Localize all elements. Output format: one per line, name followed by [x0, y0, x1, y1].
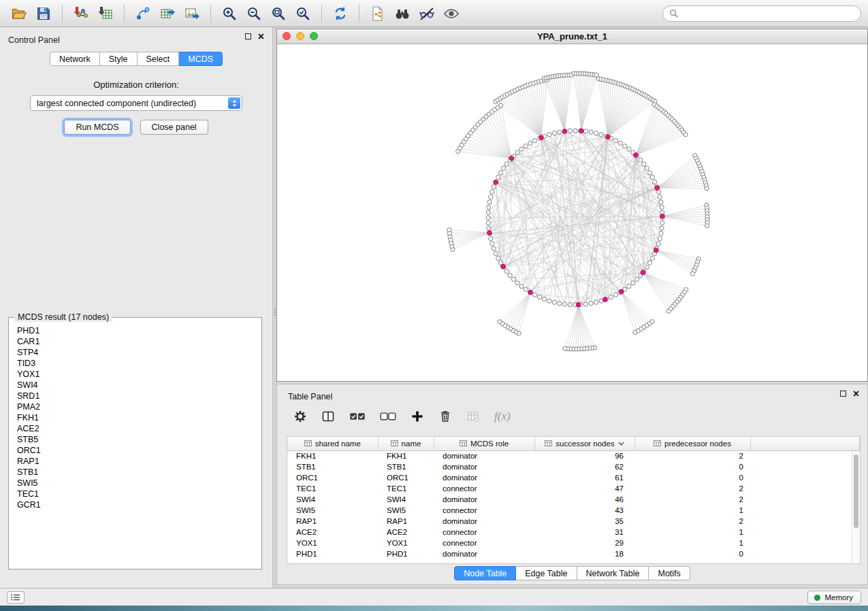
open-session-button[interactable] — [7, 3, 31, 24]
network-node[interactable] — [487, 226, 491, 230]
network-node[interactable] — [558, 301, 562, 306]
tab-network-table[interactable]: Network Table — [577, 566, 649, 580]
network-leaf-node[interactable] — [633, 330, 637, 334]
network-node[interactable] — [511, 277, 515, 281]
network-node[interactable] — [486, 216, 490, 220]
column-header-predecessor-nodes[interactable]: predecessor nodes — [634, 437, 750, 450]
table-row[interactable]: RAP1RAP1dominator352 — [287, 516, 860, 527]
network-node[interactable] — [656, 242, 660, 246]
window-zoom-light[interactable] — [310, 32, 318, 40]
network-leaf-node[interactable] — [705, 186, 709, 191]
network-dominator-node[interactable] — [620, 289, 624, 294]
window-close-light[interactable] — [283, 32, 291, 40]
network-canvas[interactable] — [277, 44, 867, 380]
network-leaf-node[interactable] — [666, 309, 671, 313]
network-node[interactable] — [486, 210, 490, 214]
network-dominator-node[interactable] — [562, 129, 567, 134]
search-input[interactable] — [682, 9, 854, 18]
network-node[interactable] — [532, 139, 536, 143]
network-node[interactable] — [496, 256, 500, 260]
result-node-item[interactable]: SWI5 — [17, 478, 253, 489]
network-node[interactable] — [524, 144, 528, 148]
tab-network[interactable]: Network — [50, 52, 100, 66]
network-node[interactable] — [515, 281, 519, 285]
close-panel-button[interactable]: Close panel — [140, 120, 208, 135]
network-node[interactable] — [487, 205, 491, 210]
zoom-out-button[interactable] — [242, 3, 266, 24]
select-all-button[interactable] — [349, 412, 366, 422]
network-node[interactable] — [492, 246, 496, 250]
network-node[interactable] — [639, 158, 643, 162]
tab-select[interactable]: Select — [138, 52, 180, 66]
result-node-item[interactable]: STP4 — [17, 347, 253, 358]
network-node[interactable] — [647, 171, 652, 175]
table-row[interactable]: SWI4SWI4dominator462 — [287, 494, 860, 505]
network-node[interactable] — [623, 144, 627, 148]
refresh-button[interactable] — [328, 3, 353, 24]
table-settings-button[interactable] — [293, 410, 307, 423]
network-node[interactable] — [589, 301, 593, 306]
network-node[interactable] — [547, 299, 551, 303]
float-panel-icon[interactable] — [245, 33, 251, 39]
result-node-item[interactable]: STB1 — [17, 467, 253, 478]
network-node[interactable] — [658, 195, 662, 199]
float-table-panel-icon[interactable] — [840, 391, 846, 397]
network-node[interactable] — [645, 265, 649, 269]
network-node[interactable] — [573, 129, 577, 133]
search-box[interactable] — [662, 5, 861, 22]
export-image-button[interactable] — [180, 3, 204, 24]
table-row[interactable]: TEC1TEC1connector472 — [287, 483, 860, 494]
network-node[interactable] — [490, 242, 494, 246]
network-dominator-node[interactable] — [487, 231, 492, 235]
deselect-all-button[interactable] — [380, 412, 396, 422]
zoom-in-button[interactable] — [217, 3, 242, 24]
network-node[interactable] — [558, 130, 562, 134]
network-dominator-node[interactable] — [539, 135, 544, 140]
network-leaf-node[interactable] — [563, 346, 567, 350]
network-dominator-node[interactable] — [660, 214, 665, 219]
network-node[interactable] — [487, 200, 492, 204]
network-node[interactable] — [594, 131, 598, 135]
network-dominator-node[interactable] — [655, 186, 660, 191]
window-minimize-light[interactable] — [296, 32, 304, 40]
result-node-item[interactable]: TEC1 — [17, 489, 253, 499]
table-row[interactable]: YOX1YOX1connector291 — [287, 538, 860, 548]
network-leaf-node[interactable] — [684, 133, 688, 137]
network-dominator-node[interactable] — [579, 129, 584, 133]
tab-style[interactable]: Style — [100, 52, 138, 66]
export-table-button[interactable] — [155, 3, 180, 24]
network-node[interactable] — [583, 302, 588, 306]
close-table-panel-icon[interactable]: × — [853, 390, 859, 397]
optimization-criterion-dropdown[interactable]: largest connected component (undirected) — [30, 95, 242, 111]
network-node[interactable] — [583, 129, 588, 133]
tab-edge-table[interactable]: Edge Table — [516, 566, 577, 580]
network-node[interactable] — [659, 231, 663, 235]
network-node[interactable] — [647, 261, 652, 265]
network-node[interactable] — [543, 297, 547, 301]
network-node[interactable] — [642, 162, 646, 166]
table-row[interactable]: PHD1PHD1dominator180 — [287, 548, 860, 559]
network-dominator-node[interactable] — [641, 270, 645, 275]
share-document-button[interactable] — [366, 3, 390, 24]
find-button[interactable] — [390, 3, 415, 24]
result-node-item[interactable]: PHD1 — [17, 325, 253, 336]
network-node[interactable] — [609, 295, 613, 299]
result-node-item[interactable]: ORC1 — [17, 445, 253, 456]
network-node[interactable] — [489, 195, 493, 199]
network-node[interactable] — [532, 293, 536, 297]
network-node[interactable] — [504, 162, 509, 166]
table-row[interactable]: ACE2ACE2connector311 — [287, 527, 860, 538]
network-node[interactable] — [589, 130, 593, 134]
network-node[interactable] — [519, 284, 524, 288]
table-scrollbar[interactable] — [852, 451, 859, 563]
network-node[interactable] — [490, 190, 494, 194]
network-node[interactable] — [627, 284, 631, 288]
network-node[interactable] — [489, 237, 493, 241]
network-leaf-node[interactable] — [690, 271, 694, 276]
result-node-item[interactable]: CAR1 — [17, 336, 253, 347]
network-dominator-node[interactable] — [603, 297, 608, 302]
network-node[interactable] — [568, 129, 572, 133]
hide-details-button[interactable] — [415, 3, 439, 24]
tab-node-table[interactable]: Node Table — [454, 566, 516, 580]
network-graph[interactable] — [277, 44, 867, 380]
